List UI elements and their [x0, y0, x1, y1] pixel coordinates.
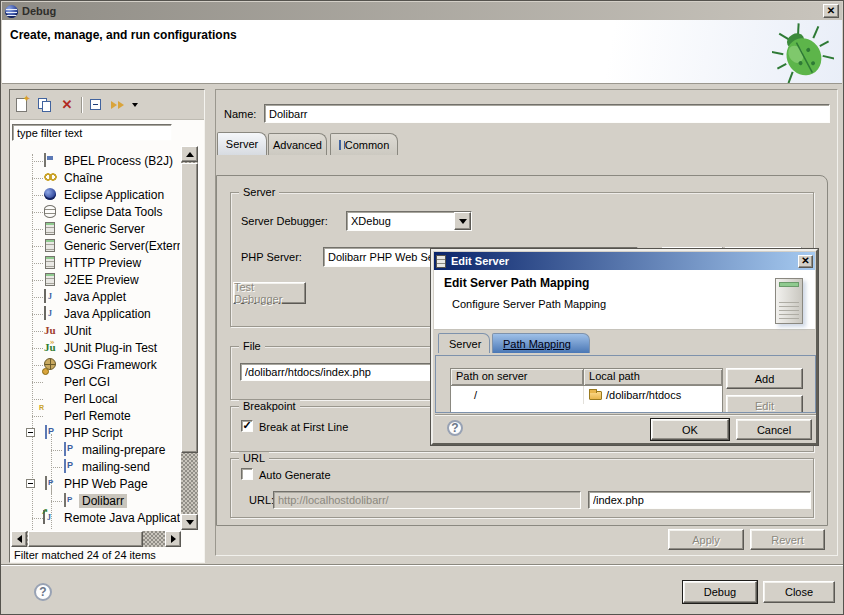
tree-item[interactable]: PHP Web Page — [11, 476, 180, 492]
tree-item[interactable]: JUnit Plug-in Test — [11, 340, 180, 356]
revert-button[interactable]: Revert — [750, 529, 825, 550]
php-file-icon — [64, 442, 66, 456]
dialog-subheading: Configure Server Path Mapping — [452, 298, 606, 310]
server-icon — [45, 222, 55, 235]
base-url-input — [273, 491, 581, 509]
column-header[interactable]: Local path — [584, 369, 722, 386]
tree-item[interactable]: Eclipse Application — [11, 187, 180, 203]
filter-button[interactable] — [110, 97, 126, 113]
tree-item[interactable]: Generic Server — [11, 221, 180, 237]
banner: Create, manage, and run configurations — [2, 20, 842, 84]
tree-item[interactable]: Eclipse Data Tools — [11, 204, 180, 220]
edit-server-title-bar[interactable]: Edit Server ✕ — [434, 252, 815, 270]
name-input[interactable] — [264, 104, 830, 123]
edit-mapping-button[interactable]: Edit — [726, 395, 803, 413]
folder-icon — [589, 391, 602, 400]
scroll-down-button[interactable] — [181, 514, 198, 530]
file-group-title: File — [239, 340, 265, 352]
tree-item[interactable]: Generic Server(External La — [11, 238, 180, 254]
test-debugger-button[interactable]: Test Debugger — [233, 282, 306, 304]
tree-toolbar: ✕ — [10, 90, 204, 120]
scroll-right-button[interactable] — [165, 531, 181, 547]
breakpoint-group-title: Breakpoint — [239, 400, 300, 412]
collapse-node-icon[interactable] — [26, 428, 35, 437]
help-icon[interactable]: ? — [34, 583, 52, 601]
auto-generate-checkbox[interactable] — [241, 468, 253, 480]
tree-item[interactable]: J2EE Preview — [11, 272, 180, 288]
table-icon — [339, 140, 341, 150]
auto-generate-label: Auto Generate — [259, 469, 331, 481]
php-web-page-icon — [45, 476, 47, 490]
tree-item[interactable]: Perl CGI — [11, 374, 180, 390]
tree-item[interactable]: Perl Local — [11, 391, 180, 407]
dialog-tab-server[interactable]: Server — [438, 333, 490, 353]
cancel-button[interactable]: Cancel — [736, 419, 812, 440]
close-icon[interactable]: ✕ — [798, 255, 813, 268]
help-icon[interactable]: ? — [447, 420, 463, 436]
delete-configuration-button[interactable]: ✕ — [59, 97, 75, 113]
server-group-title: Server — [239, 186, 279, 198]
tree-item-selected[interactable]: Dolibarr — [11, 493, 180, 509]
add-mapping-button[interactable]: Add — [726, 368, 803, 389]
tree-item[interactable]: BPEL Process (B2J) — [11, 153, 180, 169]
duplicate-configuration-button[interactable] — [37, 97, 53, 113]
collapse-all-button[interactable] — [88, 97, 104, 113]
footer-separator — [1, 564, 844, 566]
apply-button[interactable]: Apply — [668, 529, 744, 550]
chevron-down-icon[interactable] — [454, 212, 471, 230]
table-row-empty[interactable] — [451, 404, 722, 413]
tab-server[interactable]: Server — [217, 132, 267, 155]
server-icon — [45, 256, 55, 269]
scrollbar-thumb[interactable] — [28, 531, 143, 547]
dialog-tab-path-mapping[interactable]: Path Mapping — [492, 333, 590, 353]
new-page-icon — [16, 98, 27, 112]
scroll-up-button[interactable] — [181, 146, 198, 162]
tree-item[interactable]: Chaîne — [11, 170, 180, 186]
php-server-label: PHP Server: — [241, 251, 302, 263]
tree-item[interactable]: Java Applet — [11, 289, 180, 305]
server-debugger-select[interactable]: XDebug — [346, 211, 472, 231]
debug-dialog-window: Debug ✕ Create, manage, and run configur… — [0, 0, 844, 615]
break-first-line-label: Break at First Line — [259, 421, 348, 433]
junit-icon — [44, 324, 56, 336]
scroll-left-button[interactable] — [11, 531, 27, 547]
close-button[interactable]: Close — [763, 581, 835, 603]
tree-item[interactable]: Perl Remote — [11, 408, 180, 424]
bpel-icon — [44, 153, 46, 167]
tab-common[interactable]: Common — [330, 133, 398, 155]
edit-server-dialog: Edit Server ✕ Edit Server Path Mapping C… — [431, 249, 818, 445]
tree-item[interactable]: JUnit — [11, 323, 180, 339]
new-configuration-button[interactable] — [15, 97, 31, 113]
filter-input[interactable] — [12, 124, 172, 141]
break-first-line-checkbox[interactable]: ✓ — [241, 420, 253, 432]
junit-plugin-icon — [44, 341, 56, 353]
tree-item[interactable]: OSGi Framework — [11, 357, 180, 373]
tree-item[interactable]: Java Application — [11, 306, 180, 322]
collapse-node-icon[interactable] — [26, 479, 35, 488]
scrollbar-thumb[interactable] — [181, 163, 198, 453]
tree-item[interactable]: mailing-send — [11, 459, 180, 475]
url-group-title: URL — [239, 452, 269, 464]
title-bar[interactable]: Debug ✕ — [2, 2, 842, 20]
table-row[interactable]: / /dolibarr/htdocs — [451, 386, 722, 404]
path-mapping-table[interactable]: Path on server Local path / /dolibarr/ht… — [450, 368, 723, 413]
tree-item[interactable]: PHP Script — [11, 425, 180, 441]
database-icon — [44, 205, 56, 218]
tree-horizontal-scrollbar[interactable] — [11, 531, 181, 547]
url-path-input[interactable] — [588, 491, 811, 509]
tree-item[interactable]: ↗Remote Java Application — [11, 510, 180, 526]
ok-button[interactable]: OK — [651, 419, 729, 440]
dialog-heading: Edit Server Path Mapping — [444, 276, 589, 290]
close-icon[interactable]: ✕ — [823, 4, 839, 18]
tree-item[interactable]: HTTP Preview — [11, 255, 180, 271]
server-icon — [45, 273, 55, 286]
tree-item[interactable]: mailing-prepare — [11, 442, 180, 458]
tree-vertical-scrollbar[interactable] — [181, 146, 198, 530]
eclipse-icon — [5, 5, 18, 18]
tab-advanced[interactable]: Advanced — [268, 133, 327, 155]
toolbar-menu-caret-icon[interactable] — [132, 103, 138, 110]
url-label: URL: — [249, 494, 274, 506]
column-header[interactable]: Path on server — [451, 369, 584, 386]
edit-server-title: Edit Server — [451, 255, 509, 267]
debug-button[interactable]: Debug — [683, 581, 757, 603]
